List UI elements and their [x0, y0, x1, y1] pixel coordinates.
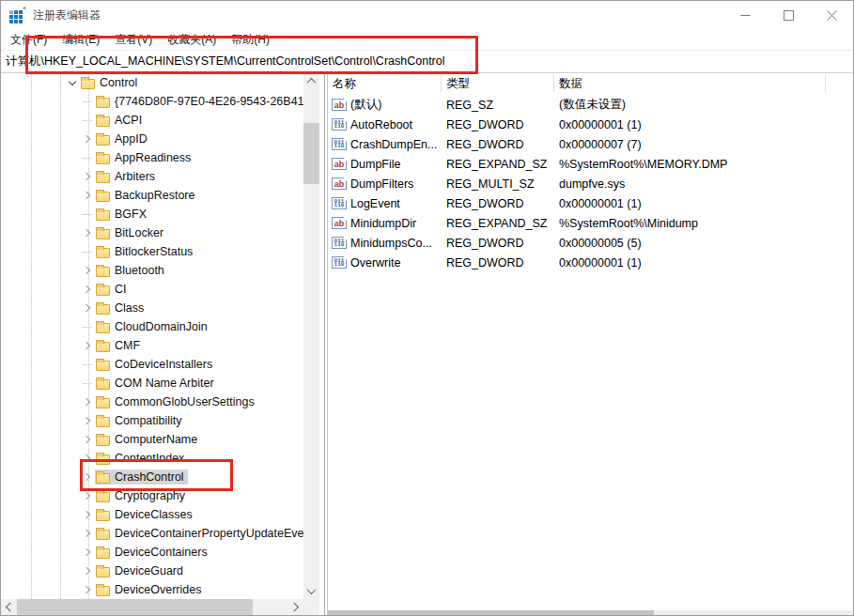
scroll-down-arrow-icon[interactable]	[303, 583, 319, 599]
tree-item-label: {7746D80F-97E0-4E26-9543-26B41FC22F79}	[115, 95, 303, 108]
registry-value-row-[interactable]: ab(默认)REG_SZ(数值未设置)	[328, 95, 853, 115]
tree-item-appid[interactable]: AppID	[1, 130, 303, 148]
scroll-left-arrow-icon[interactable]	[1, 599, 17, 615]
chevron-right-icon[interactable]	[82, 133, 93, 145]
registry-value-row-minidumpsco[interactable]: 011 110MinidumpsCo...REG_DWORD0x00000005…	[328, 233, 853, 253]
menu-help[interactable]: 帮助(H)	[224, 32, 277, 48]
menu-favorites[interactable]: 收藏夹(A)	[160, 32, 224, 48]
window-title: 注册表编辑器	[33, 8, 101, 23]
menu-edit[interactable]: 编辑(E)	[54, 32, 107, 48]
chevron-right-icon[interactable]	[82, 302, 93, 314]
chevron-right-icon[interactable]	[82, 227, 93, 239]
tree-item-bitlocker[interactable]: BitLocker	[1, 223, 303, 242]
tree-item-bluetooth[interactable]: Bluetooth	[1, 261, 303, 280]
tree-item-label: CoDeviceInstallers	[115, 358, 212, 371]
value-list-horizontal-scrollbar[interactable]	[328, 610, 853, 615]
column-header-name[interactable]: 名称	[333, 76, 356, 92]
registry-value-row-dumpfile[interactable]: abDumpFileREG_EXPAND_SZ%SystemRoot%\MEMO…	[328, 154, 853, 174]
scroll-right-arrow-icon[interactable]	[287, 599, 303, 615]
tree-item-labelwrap: Cryptography	[95, 488, 189, 503]
chevron-right-icon[interactable]	[82, 453, 93, 464]
registry-value-row-overwrite[interactable]: 011 110OverwriteREG_DWORD0x00000001 (1)	[328, 253, 853, 272]
tree-item-control[interactable]: Control	[1, 73, 303, 92]
tree-item-label: ComputerName	[115, 433, 197, 446]
folder-icon	[96, 285, 110, 296]
value-name-cell: 011 110MinidumpsCo...	[328, 237, 441, 250]
scroll-up-arrow-icon[interactable]	[303, 73, 319, 89]
tree-item-crashcontrol[interactable]: CrashControl	[1, 468, 303, 486]
tree-horizontal-scrollbar[interactable]	[1, 599, 303, 615]
maximize-button[interactable]	[767, 1, 810, 29]
minimize-button[interactable]	[723, 1, 767, 29]
tree-item-computername[interactable]: ComputerName	[1, 430, 303, 449]
tree-item-devicecontainerpropertyupdateevents[interactable]: DeviceContainerPropertyUpdateEvents	[1, 524, 303, 543]
chevron-right-icon[interactable]	[82, 509, 93, 520]
tree-item-labelwrap: Compatibility	[95, 413, 186, 428]
column-header-data[interactable]: 数据	[559, 76, 582, 92]
tree-item-acpi[interactable]: ACPI	[1, 111, 303, 130]
tree-item-bitlockerstatus[interactable]: BitlockerStatus	[1, 242, 303, 261]
tree-item-bgfx[interactable]: BGFX	[1, 205, 303, 223]
maximize-icon	[784, 10, 794, 21]
tree-item-labelwrap: CI	[95, 282, 131, 297]
menu-file[interactable]: 文件(F)	[3, 32, 54, 48]
chevron-right-icon[interactable]	[82, 434, 93, 445]
chevron-right-icon[interactable]	[82, 171, 93, 182]
tree-item-label: COM Name Arbiter	[115, 377, 214, 390]
chevron-right-icon[interactable]	[82, 396, 93, 408]
column-separator[interactable]	[825, 75, 826, 92]
chevron-right-icon[interactable]	[82, 415, 93, 426]
close-button[interactable]	[810, 1, 853, 29]
vertical-scrollbar-thumb[interactable]	[303, 123, 319, 184]
chevron-right-icon[interactable]	[82, 528, 93, 539]
tree-item-deviceoverrides[interactable]: DeviceOverrides	[1, 580, 303, 599]
registry-value-row-minidumpdir[interactable]: abMinidumpDirREG_EXPAND_SZ%SystemRoot%\M…	[328, 213, 853, 233]
tree-item-com-name-arbiter[interactable]: COM Name Arbiter	[1, 374, 303, 393]
chevron-right-icon[interactable]	[82, 547, 93, 558]
tree-connector	[82, 246, 93, 257]
menu-view[interactable]: 查看(V)	[107, 32, 160, 48]
registry-value-row-crashdumpen[interactable]: 011 110CrashDumpEn...REG_DWORD0x00000007…	[328, 134, 853, 154]
chevron-right-icon[interactable]	[82, 490, 93, 501]
tree-item-labelwrap: AppReadiness	[95, 150, 194, 165]
chevron-down-icon[interactable]	[67, 77, 78, 88]
chevron-right-icon[interactable]	[82, 565, 93, 577]
tree-item-backuprestore[interactable]: BackupRestore	[1, 186, 303, 205]
tree-item-7746d80f-97e0-4e26-9543-26b41fc22f79[interactable]: {7746D80F-97E0-4E26-9543-26B41FC22F79}	[1, 92, 303, 111]
tree-item-compatibility[interactable]: Compatibility	[1, 411, 303, 430]
tree-vertical-scrollbar[interactable]	[303, 73, 319, 599]
value-type: REG_DWORD	[441, 237, 553, 250]
chevron-right-icon[interactable]	[82, 265, 93, 276]
tree-item-contentindex[interactable]: ContentIndex	[1, 449, 303, 468]
tree-item-arbiters[interactable]: Arbiters	[1, 167, 303, 186]
tree-item-ci[interactable]: CI	[1, 280, 303, 299]
tree-item-class[interactable]: Class	[1, 299, 303, 317]
chevron-right-icon[interactable]	[82, 284, 93, 295]
tree-item-clouddomainjoin[interactable]: CloudDomainJoin	[1, 317, 303, 336]
folder-icon	[96, 586, 110, 596]
column-separator[interactable]	[441, 75, 442, 92]
tree-item-commonglobusersettings[interactable]: CommonGlobUserSettings	[1, 393, 303, 411]
tree-item-cmf[interactable]: CMF	[1, 336, 303, 355]
horizontal-scrollbar-thumb[interactable]	[328, 610, 654, 615]
tree-item-codeviceinstallers[interactable]: CoDeviceInstallers	[1, 355, 303, 374]
registry-editor-window: 注册表编辑器 文件(F) 编辑(E) 查看(V) 收藏夹(A) 帮助(H) 计算…	[0, 0, 854, 616]
registry-value-row-autoreboot[interactable]: 011 110AutoRebootREG_DWORD0x00000001 (1)	[328, 115, 853, 134]
chevron-right-icon[interactable]	[82, 584, 93, 595]
column-header-type[interactable]: 类型	[446, 76, 470, 92]
registry-value-row-dumpfilters[interactable]: abDumpFiltersREG_MULTI_SZdumpfve.sys	[328, 174, 853, 193]
tree-item-appreadiness[interactable]: AppReadiness	[1, 148, 303, 167]
chevron-right-icon[interactable]	[82, 340, 93, 351]
tree-item-deviceclasses[interactable]: DeviceClasses	[1, 505, 303, 524]
registry-value-row-logevent[interactable]: 011 110LogEventREG_DWORD0x00000001 (1)	[328, 193, 853, 213]
tree-item-deviceguard[interactable]: DeviceGuard	[1, 562, 303, 580]
chevron-right-icon[interactable]	[82, 190, 93, 201]
pane-divider[interactable]	[319, 73, 328, 615]
horizontal-scrollbar-thumb[interactable]	[17, 599, 253, 615]
tree-item-cryptography[interactable]: Cryptography	[1, 486, 303, 505]
column-separator[interactable]	[553, 75, 554, 92]
tree-item-devicecontainers[interactable]: DeviceContainers	[1, 543, 303, 562]
chevron-right-icon[interactable]	[82, 471, 93, 483]
address-bar[interactable]: 计算机\HKEY_LOCAL_MACHINE\SYSTEM\CurrentCon…	[1, 50, 853, 73]
folder-icon	[96, 473, 110, 484]
